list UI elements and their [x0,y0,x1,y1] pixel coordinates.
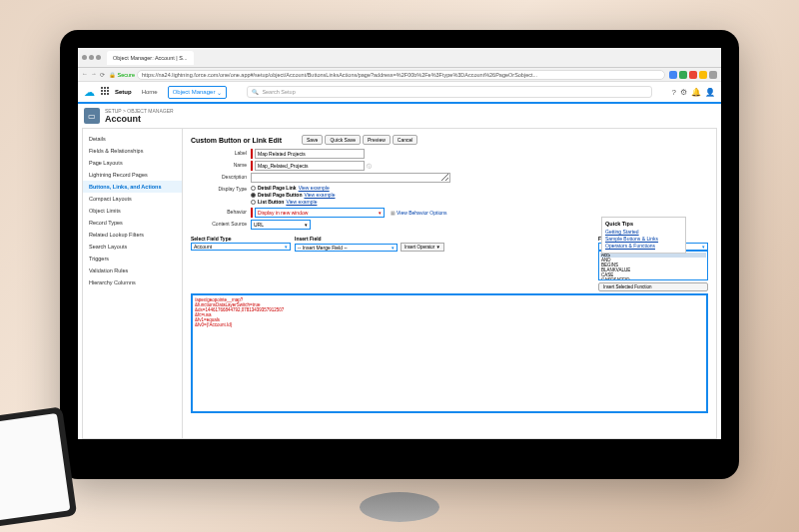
sidebar-item-lightning[interactable]: Lightning Record Pages [83,169,182,181]
chevron-down-icon: ▾ [702,244,705,250]
name-input[interactable] [255,161,365,171]
label-description: Description [191,173,251,180]
sidebar: Details Fields & Relationships Page Layo… [83,129,183,438]
chevron-down-icon: ▾ [392,245,395,251]
save-button[interactable]: Save [302,135,323,145]
ext-icon[interactable] [689,71,697,79]
breadcrumb-row: ▭ SETUP > OBJECT MANAGER Account [78,104,721,128]
sidebar-item-hierarchy[interactable]: Hierarchy Columns [83,276,182,288]
ext-icon[interactable] [669,71,677,79]
sidebar-item-lookup[interactable]: Related Lookup Filters [83,229,182,241]
ext-icon[interactable] [709,71,717,79]
setup-label: Setup [115,89,132,95]
function-item[interactable]: CASESAFEID [600,277,706,280]
chevron-down-icon: ⌄ [217,89,222,96]
description-input[interactable] [251,173,450,183]
tip-link[interactable]: Sample Buttons & Links [605,236,682,242]
monitor-stand [360,492,439,522]
quick-save-button[interactable]: Quick Save [325,135,361,145]
tip-link[interactable]: Getting Started [605,229,682,235]
sidebar-item-details[interactable]: Details [83,133,182,145]
label-behavior: Behavior [191,208,251,215]
avatar-icon[interactable]: 👤 [705,88,715,97]
sidebar-item-compact[interactable]: Compact Layouts [83,193,182,205]
label-input[interactable] [255,149,365,159]
chevron-down-icon: ▾ [305,222,308,228]
behavior-select[interactable]: Display in new window▾ [255,208,385,218]
sidebar-item-validation[interactable]: Validation Rules [83,265,182,276]
label-content-source: Content Source [191,220,251,227]
view-example-link[interactable]: View example [304,192,335,198]
label-label: Label [191,149,251,156]
sidebar-item-buttons-links[interactable]: Buttons, Links, and Actions [83,181,182,193]
insert-field-label: Insert Field [295,236,444,242]
functions-list[interactable]: ABS AND BEGINS BLANKVALUE CASE CASESAFEI… [598,251,708,280]
view-example-link[interactable]: View example [286,199,317,205]
sidebar-item-triggers[interactable]: Triggers [83,253,182,265]
ext-icon[interactable] [699,71,707,79]
select-field-type-label: Select Field Type [191,236,291,242]
view-behavior-link[interactable]: View Behavior Options [391,210,447,216]
quick-tips-panel: Quick Tips Getting Started Sample Button… [601,217,686,254]
nav-buttons[interactable]: ← → ⟳ [82,71,105,78]
view-example-link[interactable]: View example [299,185,330,191]
tip-link[interactable]: Operators & Functions [605,243,682,249]
tab-object-manager[interactable]: Object Manager ⌄ [168,86,228,99]
ext-icon[interactable] [679,71,687,79]
section-title: Custom Button or Link Edit [191,137,282,144]
address-bar[interactable]: https://na24.lightning.force.com/one/one… [137,70,665,80]
back-icon[interactable]: ← [82,71,88,78]
field-type-select[interactable]: Account▾ [191,243,291,251]
label-name: Name [191,161,251,168]
insert-operator-button[interactable]: Insert Operator ▼ [400,243,444,252]
sidebar-item-search[interactable]: Search Layouts [83,241,182,253]
insert-field-select[interactable]: -- Insert Merge Field --▾ [295,244,398,252]
tab-title: Object Manager: Account | S... [113,55,188,61]
formula-editor[interactable]: /apex/geopointe__map? &functionsDataLaye… [191,293,708,413]
chevron-down-icon: ▾ [379,210,382,216]
window-controls[interactable] [82,55,101,60]
bell-icon[interactable]: 🔔 [691,88,701,97]
quick-tips-title: Quick Tips [605,221,682,227]
secure-badge: 🔒 Secure [109,72,135,78]
browser-tab-bar: Object Manager: Account | S... [78,48,721,68]
salesforce-logo-icon[interactable]: ☁ [84,86,95,99]
cancel-button[interactable]: Cancel [393,135,418,145]
reload-icon[interactable]: ⟳ [100,71,105,78]
content-source-select[interactable]: URL▾ [251,220,311,230]
page-title: Account [105,114,174,124]
tab-home[interactable]: Home [138,87,162,97]
gear-icon[interactable]: ⚙ [680,88,687,97]
search-setup-input[interactable]: 🔍 Search Setup [247,86,651,98]
chevron-down-icon: ▾ [285,244,288,250]
help-icon[interactable]: ? [672,88,676,97]
radio-detail-button[interactable] [251,193,256,198]
radio-list-button[interactable] [251,200,256,205]
main-content: Custom Button or Link Edit Save Quick Sa… [183,129,716,438]
salesforce-header: ☁ Setup Home Object Manager ⌄ 🔍 Search S… [78,82,721,104]
extension-icons[interactable] [669,71,717,79]
sidebar-item-limits[interactable]: Object Limits [83,205,182,217]
address-bar-row: ← → ⟳ 🔒 Secure https://na24.lightning.fo… [78,68,721,82]
sidebar-item-fields[interactable]: Fields & Relationships [83,145,182,157]
insert-selected-function-button[interactable]: Insert Selected Function [598,282,708,291]
sidebar-item-recordtypes[interactable]: Record Types [83,217,182,229]
app-launcher-icon[interactable] [101,87,111,97]
preview-button[interactable]: Preview [363,135,391,145]
sidebar-item-layouts[interactable]: Page Layouts [83,157,182,169]
label-display-type: Display Type [191,185,251,192]
account-object-icon: ▭ [84,108,100,124]
browser-tab[interactable]: Object Manager: Account | S... [107,51,194,65]
forward-icon[interactable]: → [91,71,97,78]
browser-window: Object Manager: Account | S... ← → ⟳ 🔒 S… [78,48,721,439]
search-icon: 🔍 [252,89,259,95]
radio-detail-link[interactable] [251,186,256,191]
